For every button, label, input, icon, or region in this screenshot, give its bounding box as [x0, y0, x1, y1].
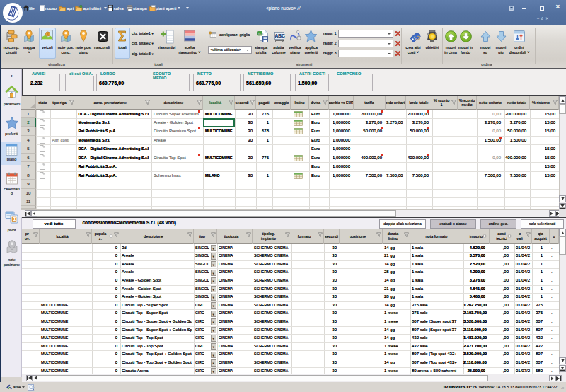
svg-text:ABC: ABC — [275, 33, 285, 38]
svg-text:XLS: XLS — [258, 32, 264, 35]
